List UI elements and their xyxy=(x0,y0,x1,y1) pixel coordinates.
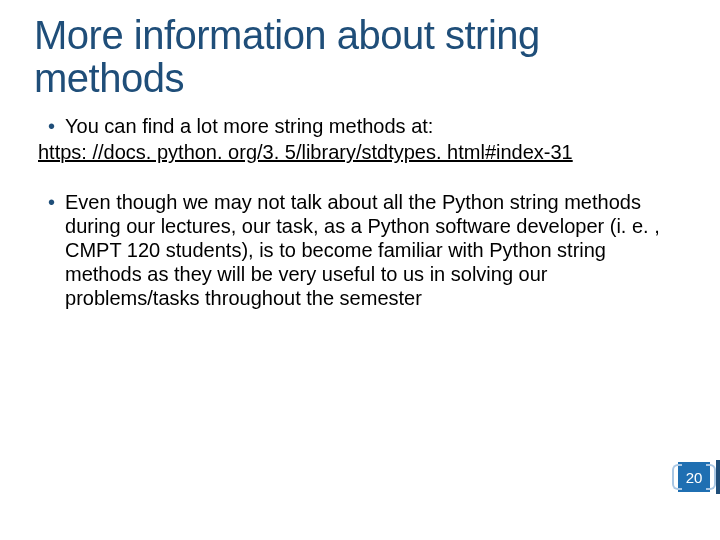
reference-link[interactable]: https: //docs. python. org/3. 5/library/… xyxy=(38,140,686,164)
slide: More information about string methods • … xyxy=(0,0,720,540)
bullet-item-1: • You can find a lot more string methods… xyxy=(34,114,686,138)
bullet-text-2: Even though we may not talk about all th… xyxy=(65,190,665,310)
bullet-item-2: • Even though we may not talk about all … xyxy=(34,190,686,310)
bullet-icon: • xyxy=(34,114,65,138)
page-number-badge: 20 xyxy=(678,462,710,492)
bullet-icon: • xyxy=(34,190,65,214)
spacer xyxy=(34,164,686,190)
bullet-text-1: You can find a lot more string methods a… xyxy=(65,114,433,138)
slide-title: More information about string methods xyxy=(34,14,686,100)
side-accent xyxy=(716,460,720,494)
page-number: 20 xyxy=(686,469,703,486)
